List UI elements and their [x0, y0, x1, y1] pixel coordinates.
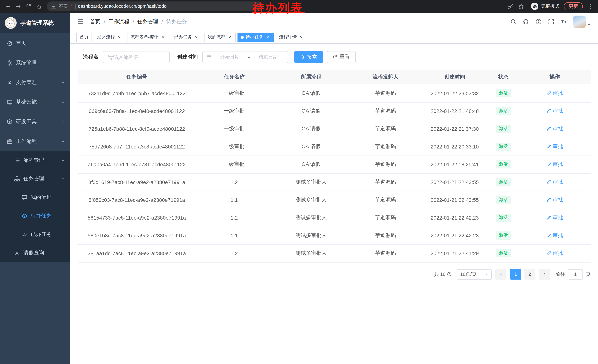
user-menu[interactable] — [573, 15, 591, 28]
browser-forward-button[interactable] — [13, 1, 23, 11]
breadcrumb-item[interactable]: 首页 — [90, 18, 100, 25]
sidebar-item-workflow[interactable]: 工作流程 — [0, 131, 70, 151]
approve-link[interactable]: 审批 — [546, 108, 563, 114]
task-id-cell: 069c6a63-7b8a-11ec-8ef0-acde48001122 — [78, 102, 196, 120]
status-badge: 激活 — [496, 214, 511, 222]
bookmark-star-button[interactable] — [518, 3, 524, 9]
tab-首页[interactable]: 首页 — [76, 32, 92, 42]
header-search-button[interactable] — [510, 18, 516, 25]
navbar-right-tools: ? TT — [510, 15, 591, 28]
sidebar-item-devtools[interactable]: 研发工具 — [0, 112, 70, 131]
chevron-up-icon — [61, 177, 65, 181]
reset-button[interactable]: 重置 — [327, 51, 356, 63]
close-icon[interactable]: × — [117, 35, 122, 40]
date-range-picker[interactable]: 开始日期 - 结束日期 — [202, 51, 288, 63]
approve-link[interactable]: 审批 — [546, 232, 563, 239]
forward-icon — [15, 4, 21, 9]
update-button[interactable]: 更新 — [564, 2, 583, 10]
app: 芋道管理系统 首页系统管理¥支付管理基础设施研发工具工作流程流程管理任务管理我的… — [0, 13, 598, 364]
sidebar-item-my-process[interactable]: 我的流程 — [0, 188, 70, 207]
close-icon[interactable]: × — [299, 35, 304, 40]
table-row: 8f0d1619-7ac8-11ec-a9e2-a2380e71991a1.2测… — [78, 173, 590, 191]
approve-label: 审批 — [553, 108, 563, 114]
process-cell: OA 请假 — [273, 138, 349, 155]
pagination-pages: 12 — [510, 269, 535, 279]
browser-menu-button[interactable] — [587, 3, 594, 9]
approve-link[interactable]: 审批 — [546, 143, 563, 150]
fullscreen-button[interactable] — [548, 18, 554, 25]
close-icon[interactable]: × — [227, 35, 232, 40]
tab-流程表单-编辑[interactable]: 流程表单-编辑× — [127, 32, 169, 42]
task-table: 任务编号任务名称所属流程流程发起人创建时间状态操作 73211d9d-7b9b-… — [78, 70, 590, 262]
status-cell: 激活 — [488, 244, 519, 262]
page-size-value: 10条/页 — [460, 271, 476, 277]
approve-link[interactable]: 审批 — [546, 161, 563, 168]
status-cell: 激活 — [488, 173, 519, 191]
process-cell: 测试多审批人 — [273, 191, 349, 209]
sidebar-item-process-mgmt[interactable]: 流程管理 — [0, 151, 70, 170]
font-size-button[interactable]: TT — [561, 18, 567, 25]
task-name-cell: 一级审批 — [196, 102, 273, 120]
approve-link[interactable]: 审批 — [546, 90, 563, 97]
breadcrumb-item[interactable]: 任务管理 — [137, 18, 158, 25]
process-cell: OA 请假 — [273, 120, 349, 138]
tab-待办任务[interactable]: 待办任务× — [238, 32, 274, 42]
browser-home-button[interactable] — [34, 1, 44, 11]
tab-label: 待办任务 — [246, 34, 263, 40]
eye-icon — [22, 213, 27, 219]
close-icon[interactable]: × — [194, 35, 199, 40]
status-badge: 激活 — [496, 160, 511, 168]
sidebar-item-payment[interactable]: ¥支付管理 — [0, 73, 70, 92]
home-icon — [36, 4, 42, 9]
action-cell: 审批 — [519, 138, 590, 155]
chevron-left-icon — [499, 272, 503, 276]
starter-cell: 芋道源码 — [349, 84, 422, 102]
tab-已办任务[interactable]: 已办任务× — [171, 32, 202, 42]
address-divider — [75, 4, 75, 9]
sidebar-item-task-mgmt[interactable]: 任务管理 — [0, 170, 70, 188]
box-icon — [7, 119, 13, 125]
sidebar-item-done-task[interactable]: 已办任务 — [0, 225, 70, 244]
address-bar[interactable]: 不安全 dashboard.yudao.iocoder.cn/bpm/task/… — [47, 1, 263, 11]
approve-link[interactable]: 审批 — [546, 250, 563, 257]
reset-button-label: 重置 — [339, 54, 350, 60]
approve-link[interactable]: 审批 — [546, 214, 563, 221]
breadcrumb-item[interactable]: 工作流程 — [108, 18, 129, 25]
table-row: 069c6a63-7b8a-11ec-8ef0-acde48001122一级审批… — [78, 102, 590, 120]
goto-page-input[interactable] — [568, 269, 583, 279]
approve-link[interactable]: 审批 — [546, 197, 563, 203]
caret-down-icon — [587, 22, 591, 27]
status-badge: 激活 — [496, 143, 511, 151]
process-name-input[interactable] — [103, 51, 170, 63]
start-date-placeholder: 开始日期 — [214, 54, 246, 60]
password-key-button[interactable] — [507, 3, 514, 9]
tab-发起流程[interactable]: 发起流程× — [94, 32, 125, 42]
help-button[interactable]: ? — [535, 18, 542, 25]
page-size-select[interactable]: 10条/页 — [457, 269, 492, 279]
sidebar-item-system[interactable]: 系统管理 — [0, 53, 70, 73]
sidebar-logo[interactable]: 芋道管理系统 — [0, 13, 70, 33]
create-time-cell: 2022-01-21 22:42:23 — [422, 209, 488, 226]
browser-back-button[interactable] — [3, 1, 13, 11]
browser-reload-button[interactable] — [24, 1, 33, 11]
next-page-button[interactable] — [539, 269, 550, 279]
sidebar-item-label: 我的流程 — [31, 194, 51, 201]
sidebar-toggle-button[interactable] — [77, 18, 84, 25]
prev-page-button[interactable] — [495, 269, 507, 279]
approve-link[interactable]: 审批 — [546, 126, 563, 132]
github-button[interactable] — [523, 18, 529, 25]
back-icon — [5, 4, 11, 9]
sidebar-item-home[interactable]: 首页 — [0, 33, 70, 53]
tab-流程详情[interactable]: 流程详情× — [276, 32, 307, 42]
close-icon[interactable]: × — [160, 35, 166, 40]
close-icon[interactable]: × — [265, 35, 270, 40]
search-button[interactable]: 搜索 — [294, 51, 323, 63]
page-button-2[interactable]: 2 — [524, 269, 535, 279]
yen-icon: ¥ — [7, 80, 13, 85]
approve-link[interactable]: 审批 — [546, 179, 563, 186]
page-button-1[interactable]: 1 — [510, 269, 521, 279]
sidebar-item-todo-task[interactable]: 待办任务 — [0, 207, 70, 225]
tab-我的流程[interactable]: 我的流程× — [204, 32, 236, 42]
sidebar-item-leave-query[interactable]: 请假查询 — [0, 244, 70, 262]
sidebar-item-infra[interactable]: 基础设施 — [0, 92, 70, 112]
